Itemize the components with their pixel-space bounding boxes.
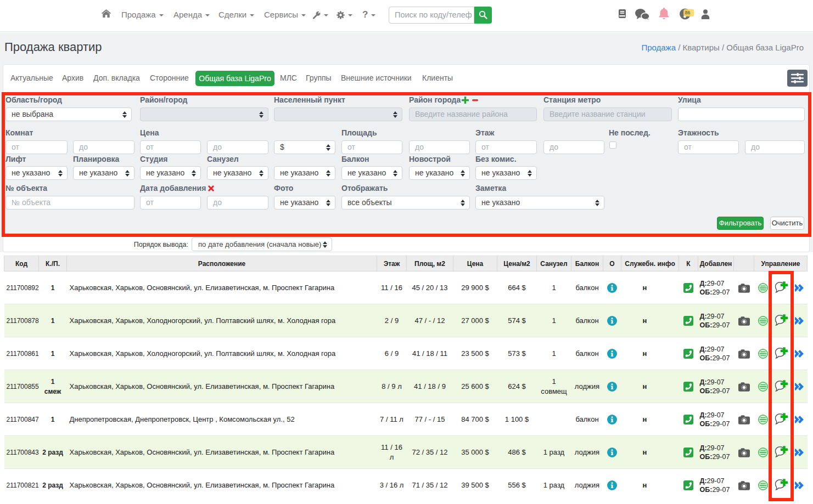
svg-text:86: 86 — [685, 10, 691, 15]
